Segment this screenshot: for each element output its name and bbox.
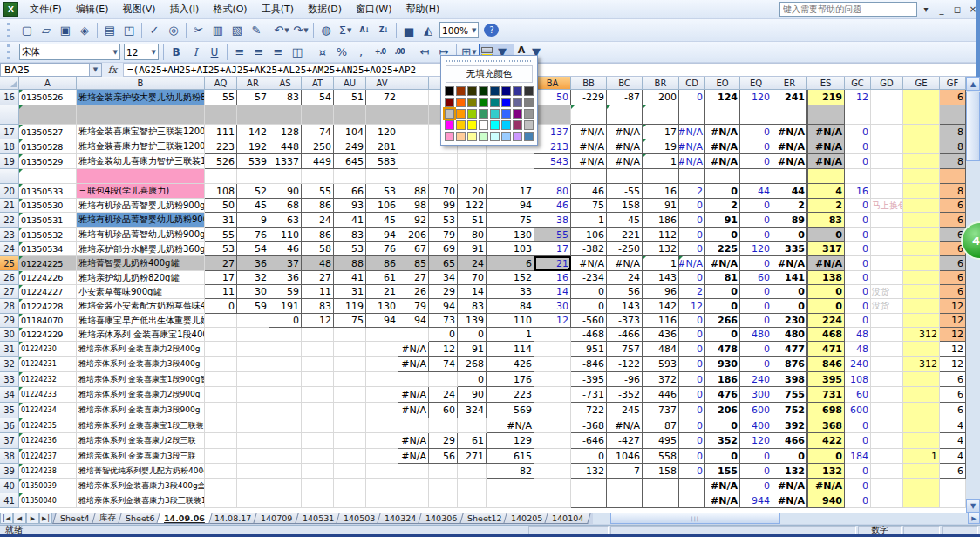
grid-cell[interactable]: 01350531 (19, 213, 77, 228)
grid-cell[interactable]: 8 (940, 154, 966, 169)
grid-cell[interactable]: 雅培金装亲护较大婴儿幼儿奶粉82 (77, 90, 205, 105)
grid-cell[interactable]: 8 (940, 139, 966, 154)
grid-cell[interactable]: 0 (740, 228, 772, 242)
grid-cell[interactable]: #N/A (607, 139, 643, 154)
format-painter-icon[interactable]: ✎ (247, 22, 266, 39)
grid-cell[interactable] (903, 314, 940, 328)
grid-cell[interactable]: 45 (366, 213, 398, 228)
grid-cell[interactable]: 6 (940, 199, 966, 213)
grid-cell[interactable] (334, 403, 366, 418)
grid-cell[interactable]: 雅培亲体系列 金装喜康力3段三联 (77, 449, 205, 464)
grid-cell[interactable]: 82 (487, 464, 534, 479)
grid-cell[interactable] (334, 433, 366, 449)
grid-cell[interactable]: 476 (705, 387, 740, 403)
grid-cell[interactable]: 86 (302, 228, 334, 242)
row-header[interactable]: 22 (0, 213, 19, 228)
grid-cell[interactable]: 142 (643, 299, 679, 314)
grid-cell[interactable]: 4 (807, 184, 845, 199)
row-header[interactable]: 17 (0, 125, 19, 139)
column-header[interactable]: AR (237, 77, 269, 90)
grid-cell[interactable]: 478 (705, 342, 740, 357)
grid-cell[interactable]: 106 (366, 199, 398, 213)
column-header[interactable]: A (19, 77, 77, 90)
grid-cell[interactable] (237, 169, 269, 184)
grid-cell[interactable]: 0 (845, 314, 871, 328)
grid-cell[interactable] (903, 139, 940, 154)
row-header[interactable]: 35 (0, 403, 19, 418)
grid-cell[interactable] (871, 372, 903, 387)
grid-cell[interactable]: 0 (205, 299, 237, 314)
color-swatch[interactable] (456, 120, 466, 130)
color-swatch[interactable] (524, 86, 534, 96)
grid-cell[interactable] (643, 479, 679, 493)
save-icon[interactable]: ▣ (56, 22, 75, 39)
grid-cell[interactable]: 01224225 (19, 256, 77, 271)
grid-cell[interactable]: 88 (334, 256, 366, 271)
grid-cell[interactable]: #N/A (571, 139, 607, 154)
grid-cell[interactable] (487, 154, 534, 169)
grid-cell[interactable] (366, 387, 398, 403)
grid-cell[interactable] (302, 479, 334, 493)
grid-cell[interactable]: 0 (740, 139, 772, 154)
grid-cell[interactable] (205, 342, 237, 357)
grid-cell[interactable]: 79 (398, 299, 429, 314)
grid-cell[interactable]: 446 (643, 387, 679, 403)
grid-cell[interactable] (398, 328, 429, 342)
grid-cell[interactable] (607, 493, 643, 508)
grid-cell[interactable]: 0 (679, 328, 705, 342)
grid-cell[interactable]: #N/A (807, 256, 845, 271)
grid-cell[interactable]: 45 (607, 213, 643, 228)
grid-cell[interactable]: 01184070 (19, 314, 77, 328)
grid-cell[interactable] (871, 105, 903, 125)
grid-cell[interactable]: 69 (429, 242, 458, 256)
grid-cell[interactable]: 27 (398, 271, 429, 285)
row-header[interactable]: 21 (0, 199, 19, 213)
grid-cell[interactable]: 20 (458, 184, 487, 199)
grid-cell[interactable]: 0 (740, 285, 772, 299)
grid-cell[interactable]: 6 (940, 271, 966, 285)
grid-cell[interactable]: 21 (366, 285, 398, 299)
sheet-tab-Sheet12[interactable]: Sheet12 (459, 513, 509, 524)
column-header[interactable]: AQ (205, 77, 237, 90)
grid-cell[interactable] (903, 154, 940, 169)
row-header[interactable]: 18 (0, 139, 19, 154)
grid-cell[interactable]: 158 (607, 199, 643, 213)
grid-cell[interactable]: 944 (740, 493, 772, 508)
grid-cell[interactable] (534, 418, 571, 433)
font-size-combobox[interactable]: 12▼ (124, 44, 159, 60)
grid-cell[interactable] (903, 199, 940, 213)
grid-cell[interactable]: 471 (807, 342, 845, 357)
grid-cell[interactable]: 110 (487, 314, 534, 328)
grid-cell[interactable]: #N/A (398, 357, 429, 372)
grid-cell[interactable] (366, 105, 398, 125)
color-swatch[interactable] (479, 132, 488, 141)
currency-style-icon[interactable]: ¤ (313, 44, 332, 61)
grid-cell[interactable]: 106 (571, 228, 607, 242)
grid-cell[interactable]: 335 (772, 242, 807, 256)
grid-cell[interactable] (302, 169, 334, 184)
grid-cell[interactable]: 480 (772, 328, 807, 342)
grid-cell[interactable] (534, 342, 571, 357)
color-swatch[interactable] (479, 98, 488, 107)
print-icon[interactable]: ▤ (100, 22, 119, 39)
grid-cell[interactable]: 240 (845, 357, 871, 372)
grid-cell[interactable]: 没货 (871, 299, 903, 314)
grid-cell[interactable]: 55 (205, 90, 237, 105)
grid-cell[interactable]: 466 (772, 433, 807, 449)
color-swatch[interactable] (456, 109, 466, 119)
grid-cell[interactable] (903, 493, 940, 508)
grid-cell[interactable] (807, 169, 845, 184)
grid-cell[interactable]: 138 (807, 271, 845, 285)
grid-cell[interactable] (871, 271, 903, 285)
grid-cell[interactable]: 477 (772, 342, 807, 357)
prev-sheet-button[interactable]: ◀ (13, 513, 26, 524)
grid-cell[interactable]: 83 (302, 299, 334, 314)
grid-cell[interactable]: 0 (705, 184, 740, 199)
grid-cell[interactable]: 01224233 (19, 387, 77, 403)
grid-cell[interactable] (398, 154, 429, 169)
grid-cell[interactable]: 1046 (607, 449, 643, 464)
color-swatch[interactable] (456, 98, 466, 107)
grid-cell[interactable]: 940 (807, 493, 845, 508)
menu-item-help[interactable]: 帮助(H) (399, 1, 447, 17)
color-swatch[interactable] (524, 109, 534, 119)
